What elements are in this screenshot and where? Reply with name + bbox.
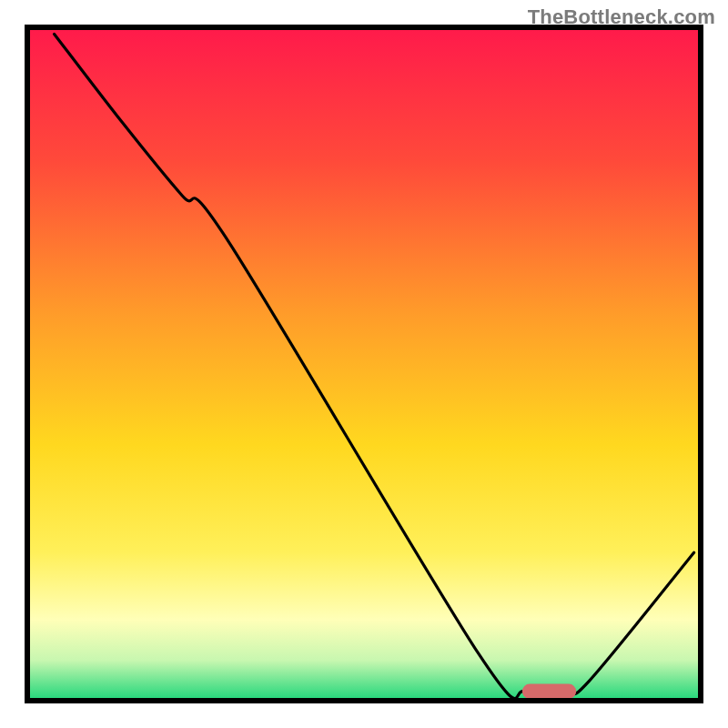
- optimal-range-marker: [522, 684, 576, 699]
- watermark-text: TheBottleneck.com: [528, 5, 715, 29]
- chart-container: TheBottleneck.com: [0, 0, 728, 728]
- bottleneck-chart: [0, 0, 728, 728]
